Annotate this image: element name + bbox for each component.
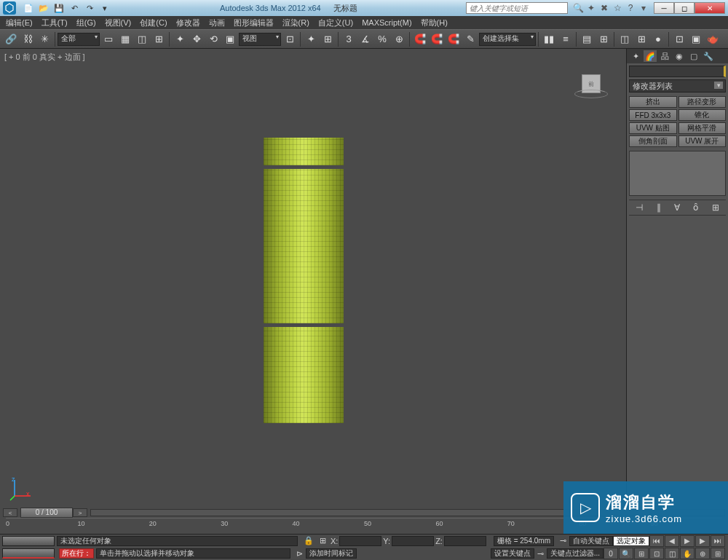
lock-icon[interactable]: 🔒	[304, 536, 314, 545]
utilities-tab-icon[interactable]: 🔧	[702, 50, 715, 62]
configure-icon[interactable]: ⊞	[712, 202, 719, 213]
key-filters-button[interactable]: 关键点过滤器...	[547, 548, 604, 559]
menu-help[interactable]: 帮助(H)	[416, 17, 452, 28]
menu-customize[interactable]: 自定义(U)	[314, 17, 357, 28]
unlink-icon[interactable]: ⛓	[20, 31, 36, 47]
play-icon[interactable]: ▶	[680, 535, 695, 547]
selection-filter-dropdown[interactable]: 全部	[58, 33, 100, 46]
exchange-icon[interactable]: ✖	[598, 2, 610, 14]
hierarchy-tab-icon[interactable]: 品	[658, 50, 671, 62]
motion-tab-icon[interactable]: ◉	[673, 50, 686, 62]
pivot-icon[interactable]: ⊡	[282, 31, 298, 47]
bind-icon[interactable]: ✳	[36, 31, 52, 47]
y-coord-field[interactable]	[392, 536, 434, 546]
viewport-label[interactable]: [ + 0 前 0 真实 + 边面 ]	[4, 52, 85, 63]
mod-extrude[interactable]: 挤出	[629, 96, 677, 108]
new-icon[interactable]: 📄	[22, 2, 35, 14]
manip-icon[interactable]: ✦	[303, 31, 319, 47]
menu-animation[interactable]: 动画	[205, 17, 229, 28]
move-icon[interactable]: ✥	[189, 31, 205, 47]
modifier-stack[interactable]	[629, 151, 726, 196]
save-icon[interactable]: 💾	[52, 2, 66, 14]
render-setup-icon[interactable]: ⊡	[671, 31, 687, 47]
orbit-icon[interactable]: ⊕	[695, 548, 710, 559]
down-icon[interactable]: ▾	[98, 2, 111, 14]
pin-stack-icon[interactable]: ⊣	[636, 202, 643, 213]
time-slider-next[interactable]: >	[73, 508, 87, 517]
angle-snap-icon[interactable]: ∡	[357, 31, 373, 47]
mod-ffd[interactable]: FFD 3x3x3	[629, 109, 677, 121]
menu-modifiers[interactable]: 修改器	[172, 17, 205, 28]
nsnap3-icon[interactable]: 🧲	[446, 31, 462, 47]
render-frame-icon[interactable]: ▣	[688, 31, 704, 47]
make-unique-icon[interactable]: ∀	[674, 202, 680, 213]
schematic-icon[interactable]: ⊞	[633, 31, 649, 47]
redo-icon[interactable]: ↷	[83, 2, 96, 14]
menu-tools[interactable]: 工具(T)	[37, 17, 72, 28]
select-icon[interactable]: ▭	[100, 31, 116, 47]
modifier-list-dropdown[interactable]: 修改器列表	[629, 79, 726, 92]
app-icon[interactable]	[3, 1, 16, 15]
edit-named-icon[interactable]: ✎	[462, 31, 478, 47]
create-tab-icon[interactable]: ✦	[629, 50, 642, 62]
selected-set-field[interactable]: 选定对象	[613, 536, 649, 546]
goto-start-icon[interactable]: ⏮	[649, 535, 664, 547]
mod-taper[interactable]: 锥化	[678, 109, 727, 121]
set-key-big-2[interactable]	[2, 548, 55, 559]
cylinder-top[interactable]	[264, 138, 344, 165]
align-icon[interactable]: ≡	[558, 31, 574, 47]
pan-icon[interactable]: ✋	[680, 548, 695, 559]
spinner-snap-icon[interactable]: ⊕	[391, 31, 407, 47]
auto-key-button[interactable]: 自动关键点	[569, 536, 613, 546]
subscript-icon[interactable]: ✦	[585, 2, 597, 14]
menu-maxscript[interactable]: MAXScript(M)	[357, 18, 416, 27]
window-cross-icon[interactable]: ⊞	[151, 31, 167, 47]
select-region-icon[interactable]: ◫	[134, 31, 150, 47]
undo-icon[interactable]: ↶	[68, 2, 81, 14]
set-key-big[interactable]	[2, 536, 55, 546]
close-button[interactable]: ✕	[695, 2, 725, 14]
viewport-canvas[interactable]: 前 z x	[1, 62, 625, 506]
cursor-icon[interactable]: ✦	[172, 31, 188, 47]
menu-rendering[interactable]: 渲染(R)	[278, 17, 314, 28]
set-key-button[interactable]: 设置关键点	[491, 548, 534, 559]
open-icon[interactable]: 📂	[37, 2, 50, 14]
key-filter-icon[interactable]: ⊸	[537, 549, 544, 559]
link-icon[interactable]: 🔗	[3, 31, 19, 47]
mod-bevelprofile[interactable]: 倒角剖面	[629, 135, 677, 147]
layers-icon[interactable]: ▤	[579, 31, 595, 47]
frame-indicator[interactable]: 0 / 100	[20, 508, 73, 518]
menu-create[interactable]: 创建(C)	[135, 17, 171, 28]
rotate-icon[interactable]: ⟲	[205, 31, 221, 47]
zoom-all-icon[interactable]: ⊞	[634, 548, 649, 559]
display-tab-icon[interactable]: ▢	[687, 50, 700, 62]
zoom-icon[interactable]: 🔍	[619, 548, 633, 559]
search-icon[interactable]: 🔍	[572, 2, 584, 14]
mod-pathdeform[interactable]: 路径变形	[678, 96, 727, 108]
menu-views[interactable]: 视图(V)	[100, 17, 136, 28]
zoom-ext-icon[interactable]: ⊡	[649, 548, 664, 559]
viewcube[interactable]: 前	[571, 63, 612, 104]
time-tag-icon[interactable]: ⊳	[296, 549, 303, 559]
minimize-button[interactable]: ─	[654, 2, 674, 14]
cylinder-bottom[interactable]	[264, 327, 344, 423]
next-frame-icon[interactable]: ▶	[695, 535, 710, 547]
menu-group[interactable]: 组(G)	[72, 17, 100, 28]
modify-tab-icon[interactable]: 🌈	[644, 50, 657, 62]
graphite-icon[interactable]: ⊞	[596, 31, 612, 47]
help-icon[interactable]: ?	[625, 2, 636, 14]
mod-meshsmooth[interactable]: 网格平滑	[678, 122, 727, 134]
maximize-button[interactable]: ◻	[674, 2, 695, 14]
down2-icon[interactable]: ▾	[638, 2, 649, 14]
keymode-icon[interactable]: ⊞	[320, 31, 336, 47]
object-name-field[interactable]	[629, 66, 726, 77]
percent-snap-icon[interactable]: %	[374, 31, 390, 47]
fav-icon[interactable]: ☆	[612, 2, 623, 14]
named-selection-dropdown[interactable]: 创建选择集	[479, 33, 536, 46]
menu-grapheditors[interactable]: 图形编辑器	[229, 17, 278, 28]
key-icon[interactable]: ⊸	[560, 536, 566, 545]
time-slider-prev[interactable]: <	[3, 508, 17, 517]
selection-lock-icon[interactable]: ⊞	[320, 536, 326, 545]
show-end-icon[interactable]: ∥	[657, 202, 661, 213]
time-config-icon[interactable]: 0	[604, 548, 618, 559]
